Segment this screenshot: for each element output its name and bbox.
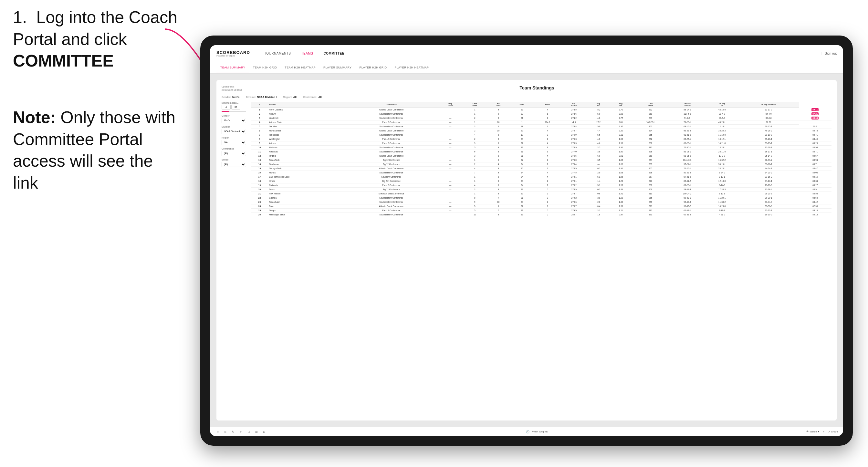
table-cell: 22 — [251, 196, 268, 200]
table-cell: 1 — [534, 124, 560, 128]
conference-filter-select[interactable]: (All) — [222, 151, 246, 156]
table-row: 7TennesseeSoutheastern Conference—461822… — [251, 133, 832, 137]
table-cell: 33-25-2 — [706, 128, 739, 133]
division-filter-select[interactable]: NCAA Division I — [222, 129, 246, 134]
table-cell: — — [438, 154, 463, 158]
table-row: 11ArkansasSoutheastern Conference—682132… — [251, 150, 832, 154]
table-cell: 26 — [251, 213, 268, 217]
nav-tournaments[interactable]: TOURNAMENTS — [260, 50, 296, 57]
table-cell: -5.5 — [587, 133, 610, 137]
table-cell: 7 — [463, 170, 487, 175]
table-cell: 91-6-0 — [669, 116, 706, 120]
sub-nav-player-h2h-heatmap[interactable]: PLAYER H2H HEATMAP — [391, 63, 433, 72]
toolbar-expand-btn[interactable]: ⤢ — [823, 430, 825, 433]
table-cell: 279.5 — [560, 208, 587, 213]
min-rounds-slider[interactable] — [222, 111, 246, 112]
table-cell: Ole Miss — [268, 124, 345, 128]
min-rounds-high-input[interactable] — [231, 105, 240, 110]
table-cell: — — [438, 128, 463, 133]
toolbar-back-btn[interactable]: ◁ — [215, 429, 220, 434]
table-cell: 86.64 — [799, 116, 832, 120]
table-cell: 262 — [632, 124, 669, 128]
sub-nav-team-summary[interactable]: TEAM SUMMARY — [216, 63, 249, 72]
table-cell: 35-14-0 — [739, 154, 799, 158]
table-cell: 4 — [487, 162, 510, 166]
region-filter-select[interactable]: N/A — [222, 140, 246, 145]
table-cell: 63-17-0 — [739, 107, 799, 112]
bottom-toolbar: ◁ ▷ ↻ ⬆ □ ⊞ ⊞ 🕐 View: Original 👁 Watch — [210, 427, 843, 436]
table-cell: 1.85 — [610, 166, 632, 170]
table-cell: 22 — [509, 141, 534, 145]
table-cell: 278.1 — [560, 175, 587, 179]
toolbar-grid-btn[interactable]: ⊞ — [262, 429, 267, 434]
table-cell: 25 — [251, 208, 268, 213]
table-cell: 1 — [463, 191, 487, 196]
sub-nav-team-h2h-heatmap[interactable]: TEAM H2H HEATMAP — [281, 63, 319, 72]
table-row: 2AuburnSoutheastern Conference—19276273.… — [251, 112, 832, 116]
table-row: 20TexasBig 12 Conference—38270278.9-0.71… — [251, 187, 832, 191]
table-cell: — — [438, 204, 463, 208]
table-cell: 80.94 — [799, 158, 832, 162]
table-cell: 30-4-0 — [706, 112, 739, 116]
table-cell: 83-15-0 — [669, 154, 706, 158]
table-cell: 4 — [534, 154, 560, 158]
table-cell: 66-42-1 — [669, 208, 706, 213]
table-cell: 10 — [487, 128, 510, 133]
table-cell: 1.98 — [610, 137, 632, 141]
table-cell: — — [438, 137, 463, 141]
toolbar-share-action-btn[interactable]: ↗ Share — [828, 430, 838, 433]
toolbar-copy-btn[interactable]: ⊞ — [254, 429, 259, 434]
sign-out-button[interactable]: Sign out — [825, 52, 837, 55]
table-cell: 4 — [534, 175, 560, 179]
sub-nav-team-h2h-grid[interactable]: TEAM H2H GRID — [249, 63, 281, 72]
table-cell: 29-25-3 — [739, 191, 799, 196]
sub-nav-player-summary[interactable]: PLAYER SUMMARY — [319, 63, 355, 72]
min-rounds-low-input[interactable] — [222, 105, 231, 110]
table-cell: 1.98 — [610, 141, 632, 145]
table-cell: 266 — [632, 196, 669, 200]
table-cell: 2.37 — [610, 124, 632, 128]
table-cell: Atlantic Coast Conference — [345, 128, 438, 133]
table-cell: 278.9 — [560, 187, 587, 191]
table-cell: 88.54 — [799, 196, 832, 200]
sub-nav-player-h2h-grid[interactable]: PLAYER H2H GRID — [355, 63, 391, 72]
toolbar-watch-btn[interactable]: 👁 Watch ▾ — [806, 430, 819, 433]
table-cell: 6 — [534, 112, 560, 116]
toolbar-forward-btn[interactable]: ▷ — [223, 429, 228, 434]
table-cell: 8 — [487, 137, 510, 141]
table-cell: 80.47 — [799, 166, 832, 170]
table-cell: 40-26-2 — [739, 128, 799, 133]
main-content: Update time: 27/03/2024 16:56:26 Team St… — [210, 74, 843, 427]
table-cell: 2.20 — [610, 128, 632, 133]
table-cell: 4 — [534, 170, 560, 175]
table-cell: 1.85 — [610, 158, 632, 162]
table-cell: 260 — [632, 183, 669, 187]
table-cell: 10 — [487, 200, 510, 204]
min-rounds-slider-fill — [222, 111, 229, 112]
gender-filter-select[interactable]: Men's — [222, 118, 246, 123]
table-cell: 47-17-1 — [739, 179, 799, 183]
toolbar-bookmark-btn[interactable]: □ — [246, 429, 251, 434]
table-cell: 1 — [463, 120, 487, 124]
table-row: 8WashingtonPac-12 Conference—28231276.3-… — [251, 137, 832, 141]
table-cell: 3 — [463, 124, 487, 128]
nav-teams[interactable]: TEAMS — [297, 50, 317, 57]
toolbar-clock-btn[interactable]: 🕐 — [525, 429, 530, 434]
table-cell: 88.42 — [799, 200, 832, 204]
table-cell: 274.8 — [560, 124, 587, 128]
nav-committee[interactable]: COMMITTEE — [319, 50, 349, 57]
col-reg-rank: RegRank — [438, 102, 463, 108]
toolbar-share-btn[interactable]: ⬆ — [239, 429, 244, 434]
tablet-device: SCOREBOARD Powered by clippd TOURNAMENTS… — [200, 35, 853, 446]
toolbar-view-label[interactable]: View: Original — [532, 430, 548, 433]
toolbar-reload-btn[interactable]: ↻ — [231, 429, 236, 434]
table-cell: — — [438, 150, 463, 154]
school-filter-group: School (All) — [222, 159, 247, 167]
table-cell: 79.7 — [799, 124, 832, 128]
school-filter-select[interactable]: (All) — [222, 162, 246, 167]
table-cell: Arizona — [268, 141, 345, 145]
eye-icon: 👁 — [806, 430, 809, 433]
table-cell: 60-39-2 — [669, 213, 706, 217]
table-cell: 1.86 — [610, 145, 632, 150]
table-cell: -5.0 — [587, 124, 610, 128]
